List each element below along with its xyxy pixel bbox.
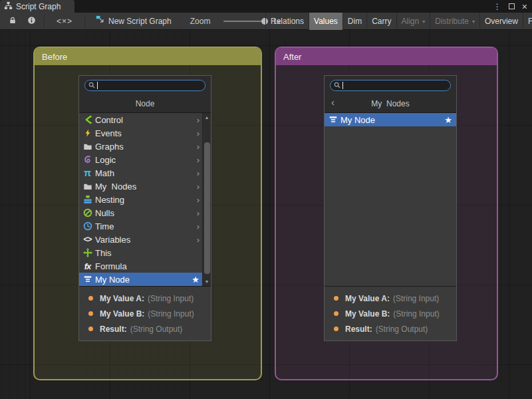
search-input[interactable] [84, 80, 205, 91]
fuzzy-finder-after: ‹ My Nodes My Node ★ My Value A: (St [324, 75, 457, 341]
port-row: Result: (String Output) [79, 321, 211, 336]
group-after-title: After [283, 52, 301, 62]
port-dot-icon [88, 327, 93, 331]
favorite-star-icon[interactable]: ★ [444, 116, 452, 124]
group-after-header[interactable]: After [276, 48, 497, 65]
lock-button[interactable] [4, 14, 21, 29]
chevron-right-icon: › [197, 156, 200, 164]
port-row: My Value B: (String Input) [79, 306, 211, 321]
finder-header-label: My Nodes [371, 99, 409, 108]
toolbar-toggle-button[interactable]: Values [309, 13, 342, 30]
finder-header: ‹ My Nodes [325, 94, 456, 113]
info-button[interactable] [21, 14, 41, 29]
group-before-header[interactable]: Before [35, 48, 261, 65]
port-row: My Value A: (String Input) [325, 291, 456, 306]
search-area [79, 76, 211, 94]
scrollbar-thumb[interactable] [204, 142, 210, 274]
scroll-up-icon[interactable]: ▲ [203, 114, 211, 121]
port-dot-icon [88, 296, 93, 301]
maximize-icon[interactable] [509, 3, 515, 9]
toolbar-toggle-button[interactable]: Overview [479, 13, 523, 30]
chevron-right-icon: › [197, 142, 200, 151]
chevron-right-icon: › [197, 209, 200, 217]
chevron-right-icon: › [197, 129, 200, 138]
nulls-icon [82, 207, 93, 218]
toolbar-toggle-button[interactable]: Align ▾ [396, 13, 430, 30]
zoom-label: Zoom [190, 17, 211, 26]
close-icon[interactable]: × [522, 2, 527, 11]
toolbar-toggle-button[interactable]: Carry [366, 13, 396, 30]
tab-bar: Script Graph ⋮ × [0, 0, 532, 13]
new-script-graph-button[interactable]: New Script Graph [96, 15, 172, 27]
list-item[interactable]: Events › [79, 126, 211, 140]
zoom-slider[interactable] [223, 21, 266, 22]
toolbar-toggle-button[interactable]: Relations [265, 13, 309, 30]
toolbar-toggle-button[interactable]: Distribute ▾ [430, 13, 479, 30]
tab-script-graph[interactable]: Script Graph [0, 0, 74, 13]
list-item[interactable]: Graphs › [79, 140, 211, 153]
chevron-down-icon: ▾ [422, 19, 425, 25]
this-icon [82, 247, 93, 258]
list-item[interactable]: My Nodes › [79, 180, 211, 193]
chevron-right-icon: › [197, 116, 200, 124]
mynode-icon [82, 274, 93, 285]
list-item[interactable]: Nulls › [79, 206, 211, 219]
chevron-right-icon: › [197, 169, 200, 178]
port-row: My Value A: (String Input) [79, 291, 211, 306]
scroll-down-icon[interactable]: ▼ [203, 278, 211, 285]
port-dot-icon [88, 311, 93, 316]
lock-icon [9, 16, 17, 27]
group-before-title: Before [42, 52, 67, 62]
search-icon [88, 79, 95, 91]
list-item[interactable]: My Node ★ [325, 113, 456, 126]
finder-header: Node [79, 94, 211, 113]
list-item[interactable]: <> Variables › [79, 233, 211, 246]
toolbar-separator [44, 15, 45, 28]
chevron-right-icon: › [197, 196, 200, 204]
new-graph-icon [96, 15, 105, 27]
list-item[interactable]: Control › [79, 113, 211, 126]
port-row: My Value B: (String Input) [325, 306, 456, 321]
control-icon [82, 114, 93, 125]
script-graph-window: Script Graph ⋮ × <×> New Script Graph Zo… [0, 0, 532, 399]
back-chevron-icon[interactable]: ‹ [331, 97, 334, 107]
math-icon: π [82, 168, 93, 178]
toolbar-separator [84, 15, 85, 28]
code-preview-button[interactable]: <×> [47, 14, 82, 29]
toolbar-right-buttons: Relations Values Dim Carry [265, 13, 532, 30]
scrollbar[interactable]: ▲ ▼ [202, 113, 211, 286]
list-item[interactable]: Logic › [79, 153, 211, 166]
list-item[interactable]: π Math › [79, 166, 211, 180]
variables-icon: <> [82, 234, 93, 245]
port-row: Result: (String Output) [325, 321, 456, 336]
list-item[interactable]: Time › [79, 219, 211, 233]
search-icon [334, 79, 340, 91]
search-input[interactable] [330, 80, 451, 91]
list-item[interactable]: Nesting › [79, 193, 211, 206]
port-dot-icon [334, 296, 338, 301]
tab-title: Script Graph [16, 2, 61, 11]
node-ports-preview: My Value A: (String Input) My Value B: (… [325, 286, 456, 340]
toolbar-toggle-button[interactable]: Full Scr [523, 13, 532, 30]
formula-icon: fx [82, 261, 93, 271]
node-list: My Node ★ [325, 113, 456, 286]
code-icon: <×> [57, 17, 72, 26]
chevron-right-icon: › [197, 182, 200, 191]
time-icon [82, 221, 93, 231]
logic-icon [82, 154, 93, 165]
mynode-icon [327, 114, 338, 125]
favorite-star-icon[interactable]: ★ [192, 275, 200, 284]
chevron-right-icon: › [197, 235, 200, 244]
graph-toolbar: <×> New Script Graph Zoom 1x Relations V [0, 13, 532, 30]
node-list: ▲ ▼ Control › Events › [79, 113, 211, 286]
list-item[interactable]: My Node ★ [79, 273, 211, 286]
events-icon [82, 128, 93, 138]
port-dot-icon [334, 311, 338, 316]
window-controls: ⋮ × [493, 0, 527, 13]
window-menu-icon[interactable]: ⋮ [493, 3, 501, 11]
toolbar-toggle-button[interactable]: Dim [342, 13, 366, 30]
port-dot-icon [334, 327, 338, 331]
list-item[interactable]: This [79, 246, 211, 259]
chevron-down-icon: ▾ [472, 19, 475, 25]
list-item[interactable]: fx Formula [79, 259, 211, 273]
